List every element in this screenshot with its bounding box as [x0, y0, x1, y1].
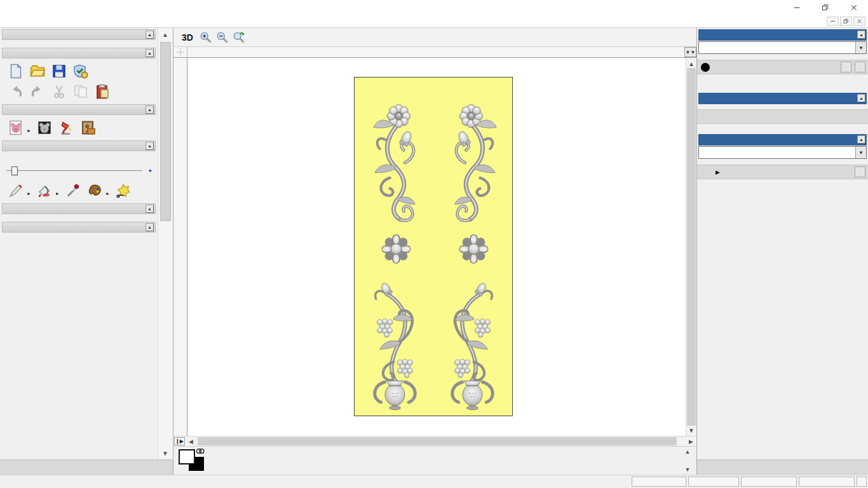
units-dropdown-button[interactable]: ▼▼ [684, 47, 696, 57]
colour-picker-icon[interactable] [64, 182, 83, 200]
sheet-select[interactable]: ▼ [698, 41, 867, 54]
flyout-arrow-icon[interactable]: ► [27, 128, 31, 133]
open-model-icon[interactable] [28, 62, 47, 80]
scroll-up-icon[interactable]: ▲ [686, 58, 696, 69]
cut-icon[interactable] [50, 83, 69, 100]
scroll-right-icon[interactable]: ▶ [686, 437, 696, 446]
new-model-icon[interactable] [6, 62, 25, 80]
flood-fill-icon[interactable] [35, 182, 54, 200]
vectors-header: ▲ [698, 29, 867, 41]
relief-select[interactable]: ▼ [698, 146, 867, 159]
visibility-bulb-icon[interactable] [855, 166, 865, 177]
scroll-thumb[interactable] [160, 42, 171, 221]
move-down-button[interactable] [855, 76, 864, 85]
flyout-arrow-icon[interactable]: ► [55, 191, 60, 196]
scroll-left-icon[interactable]: ◀ [186, 437, 196, 446]
collapse-button[interactable]: ▲ [146, 142, 154, 150]
scroll-down-icon[interactable]: ▼ [685, 466, 691, 473]
slider-track [6, 170, 142, 171]
expand-arrow-icon[interactable]: ▶ [715, 169, 720, 175]
collapse-button[interactable]: ▲ [857, 30, 865, 39]
vector-layer-row[interactable] [697, 60, 868, 74]
move-down-button[interactable] [855, 181, 864, 190]
collapse-button[interactable]: ▲ [146, 105, 154, 114]
scroll-up-icon[interactable]: ▲ [159, 29, 171, 39]
flyout-arrow-icon[interactable]: ► [27, 191, 31, 196]
cursor-x [632, 477, 686, 487]
slider-dot-icon: ✦ [147, 168, 153, 174]
undo-icon[interactable] [6, 83, 25, 100]
collapse-button[interactable]: ▲ [146, 205, 154, 213]
lock-icon[interactable] [827, 62, 837, 72]
horizontal-ruler [187, 47, 684, 57]
layer-colour-swatch[interactable] [701, 63, 710, 72]
save-model-icon[interactable] [50, 62, 69, 80]
paint-brush-icon[interactable] [6, 182, 25, 200]
ruler-toggle-icon[interactable]: ❙▶ [174, 437, 185, 445]
move-up-button[interactable] [843, 76, 853, 85]
restore-icon[interactable] [840, 17, 852, 26]
canvas-2d-view[interactable] [187, 58, 686, 436]
view-3d-icon[interactable]: 3D [179, 30, 196, 45]
bitmaps-header: ▲ [698, 93, 867, 104]
reduce-colours-icon[interactable] [114, 182, 133, 200]
status-cell [857, 477, 867, 487]
zoom-in-icon[interactable] [198, 30, 213, 45]
collapse-button[interactable]: ▲ [146, 223, 154, 231]
layers-panel: ▲ ▼ ▲ [696, 28, 868, 475]
slider-handle[interactable] [11, 166, 18, 175]
collapse-button[interactable]: ▲ [857, 135, 865, 144]
zoom-last-icon[interactable] [231, 30, 246, 45]
model-check-icon[interactable] [71, 62, 90, 80]
section-vector-tools: ▲ [2, 203, 156, 214]
bitmap-layer-row[interactable] [697, 109, 868, 124]
model-toolbar: ► [0, 115, 158, 139]
copy-icon[interactable] [71, 83, 90, 100]
load-relief-image-icon[interactable] [78, 119, 97, 137]
close-icon[interactable] [839, 0, 868, 15]
visibility-bulb-icon[interactable] [855, 62, 865, 72]
colour-palette: ▲ ▼ [173, 446, 696, 475]
palette-icon[interactable] [85, 182, 104, 200]
edit-pencil-icon[interactable] [841, 62, 851, 72]
collapse-button[interactable]: ▲ [146, 49, 154, 57]
light-shading-icon[interactable] [57, 119, 76, 137]
vector-layer-reorder [697, 74, 868, 86]
collapse-button[interactable]: ▲ [857, 94, 865, 102]
palette-scrollbar[interactable]: ▲ ▼ [682, 449, 693, 473]
foreground-colour[interactable] [179, 449, 195, 464]
paste-icon[interactable] [93, 83, 112, 100]
flyout-arrow-icon[interactable]: ► [105, 191, 110, 196]
chevron-down-icon[interactable]: ▼ [855, 42, 866, 53]
scroll-down-icon[interactable]: ▼ [159, 448, 171, 458]
scroll-thumb[interactable] [687, 68, 696, 426]
file-toolbar-row2 [0, 83, 158, 103]
collapse-button[interactable]: ▲ [146, 30, 154, 39]
artwork-pixels [0, 44, 158, 46]
move-up-button[interactable] [843, 181, 853, 190]
relief-layer-row[interactable]: ▶ [697, 165, 868, 179]
canvas-vertical-scrollbar[interactable]: ▲ ▼ [686, 58, 696, 436]
minimize-icon[interactable] [782, 0, 811, 15]
section-file: ▲ [2, 48, 156, 58]
reliefs-header: ▲ [698, 134, 867, 146]
brush-diameter-slider[interactable]: ✦ [6, 165, 142, 177]
fg-bg-colour-indicator[interactable] [177, 448, 207, 473]
restore-icon[interactable] [811, 0, 839, 15]
zoom-out-icon[interactable] [214, 30, 229, 45]
minimize-icon[interactable] [827, 17, 839, 26]
scroll-thumb[interactable] [198, 437, 677, 445]
scroll-up-icon[interactable]: ▲ [685, 449, 691, 455]
model-artboard[interactable] [354, 77, 513, 416]
greyscale-preview-icon[interactable] [6, 119, 25, 137]
bitmaps-toolbar [697, 104, 868, 109]
chevron-down-icon[interactable]: ▼ [855, 147, 866, 158]
titlebar [0, 0, 868, 15]
canvas-horizontal-scrollbar[interactable]: ❙▶ ◀ ▶ [173, 436, 696, 446]
close-icon[interactable] [853, 17, 865, 26]
statusbar [0, 475, 868, 488]
assistant-scrollbar[interactable]: ▲ ▼ [158, 28, 173, 459]
redo-icon[interactable] [28, 83, 47, 100]
scroll-down-icon[interactable]: ▼ [686, 425, 696, 435]
teddy-dark-icon[interactable] [35, 119, 54, 137]
